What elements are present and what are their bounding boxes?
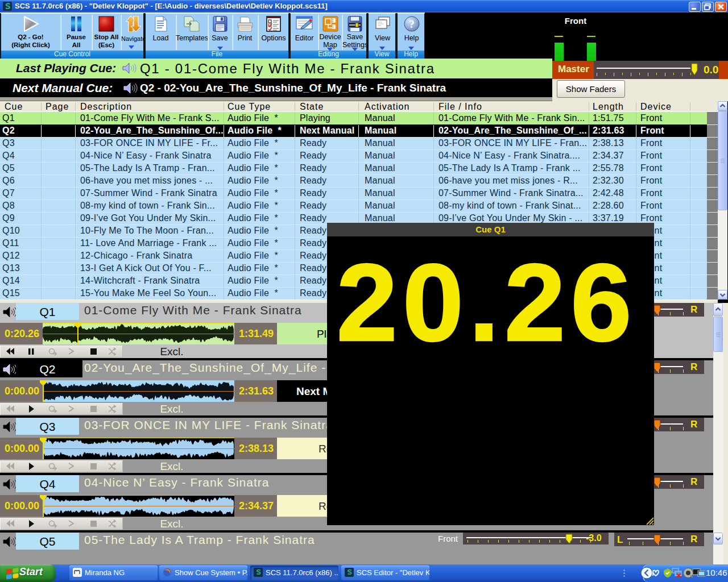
svg-text:?: ? <box>409 18 415 30</box>
